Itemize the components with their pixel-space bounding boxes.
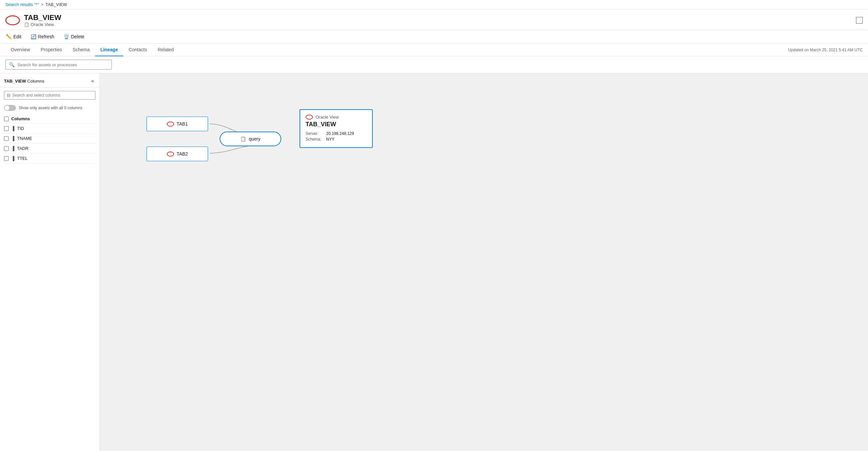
column-row-tadr: ▐ TADR [4, 144, 95, 153]
oracle-logo-oval [5, 15, 20, 25]
tab-schema[interactable]: Schema [67, 44, 95, 56]
tab-properties[interactable]: Properties [35, 44, 67, 56]
columns-list: Columns ▐ TID ▐ TNAME ▐ TADR ▐ TTEL [0, 114, 99, 164]
subtitle-icon: 📋 [24, 22, 29, 27]
collapse-button[interactable]: « [90, 77, 95, 85]
pencil-icon [6, 34, 12, 39]
tab2-label: TAB2 [177, 151, 188, 157]
tab-lineage[interactable]: Lineage [95, 44, 123, 56]
sidebar-title: TAB_VIEW Columns [4, 79, 44, 84]
delete-button[interactable]: Delete [63, 33, 85, 40]
breadcrumb: Search results "*" > TAB_VIEW [0, 0, 868, 9]
breadcrumb-current: TAB_VIEW [45, 2, 67, 7]
tadr-label: TADR [17, 146, 28, 151]
toolbar: Edit Refresh Delete [0, 30, 868, 44]
header-left: TAB_VIEW 📋 Oracle View [5, 13, 61, 27]
header-info: TAB_VIEW 📋 Oracle View [24, 13, 61, 27]
columns-header-label: Columns [11, 116, 30, 121]
asset-search-wrap[interactable]: 🔍 [5, 60, 112, 69]
detail-schema-label: Schema: [306, 137, 322, 142]
refresh-label: Refresh [38, 34, 54, 39]
sidebar-title-rest: Columns [26, 79, 44, 84]
tname-col-icon: ▐ [11, 136, 14, 141]
refresh-icon [31, 34, 36, 39]
toggle-label: Show only assets with all 0 columns [19, 106, 82, 110]
tabs-bar: Overview Properties Schema Lineage Conta… [0, 44, 868, 56]
updated-text: Updated on March 25, 2021 5:41 AM UTC [788, 48, 863, 52]
tab1-oracle-icon [167, 121, 174, 126]
tab-related[interactable]: Related [152, 44, 179, 56]
query-node-icon: 📋 [240, 136, 246, 142]
refresh-button[interactable]: Refresh [30, 33, 55, 40]
detail-schema-row: Schema: NYY [306, 137, 367, 142]
toggle-knob [5, 106, 9, 110]
detail-title: TAB_VIEW [306, 121, 367, 128]
column-filter-input[interactable] [12, 93, 93, 97]
toggle-row: Show only assets with all 0 columns [0, 103, 99, 114]
sidebar-filter-row: ⊟ [0, 88, 99, 103]
query-node[interactable]: 📋 query [220, 132, 281, 146]
tab-contacts[interactable]: Contacts [123, 44, 152, 56]
tname-label: TNAME [17, 136, 32, 141]
column-row-ttel: ▐ TTEL [4, 153, 95, 164]
page-header: TAB_VIEW 📋 Oracle View [0, 9, 868, 30]
main-content: TAB_VIEW Columns « ⊟ Show only assets wi… [0, 73, 868, 451]
search-bar-row: 🔍 [0, 56, 868, 73]
tadr-col-icon: ▐ [11, 146, 14, 151]
subtitle-text: Oracle View [31, 22, 54, 27]
sidebar-header: TAB_VIEW Columns « [0, 73, 99, 88]
edit-button[interactable]: Edit [5, 33, 22, 40]
select-all-checkbox[interactable] [4, 117, 9, 121]
tid-col-icon: ▐ [11, 126, 14, 131]
column-row-tid: ▐ TID [4, 123, 95, 134]
filter-icon: ⊟ [7, 93, 10, 97]
tname-checkbox[interactable] [4, 136, 9, 141]
query-label: query [249, 136, 260, 142]
edit-label: Edit [13, 34, 21, 39]
connections-svg [100, 73, 868, 451]
ttel-label: TTEL [17, 156, 28, 161]
lineage-canvas[interactable]: TAB1 TAB2 📋 query Oracle View TAB_VIEW S… [100, 73, 868, 451]
breadcrumb-separator: > [41, 2, 43, 7]
detail-server-label: Server: [306, 131, 322, 136]
tabs-left: Overview Properties Schema Lineage Conta… [5, 44, 179, 56]
tid-label: TID [17, 126, 24, 131]
page-title: TAB_VIEW [24, 13, 61, 22]
tab2-oracle-icon [167, 151, 174, 157]
detail-type-label: Oracle View [315, 115, 339, 119]
trash-icon [64, 34, 69, 39]
ttel-col-icon: ▐ [11, 156, 14, 161]
detail-schema-value: NYY [326, 137, 335, 142]
breadcrumb-search-link[interactable]: Search results "*" [5, 2, 39, 7]
maximize-button[interactable] [856, 17, 863, 24]
tab1-node[interactable]: TAB1 [147, 117, 208, 131]
filter-input-wrap[interactable]: ⊟ [4, 91, 95, 100]
page-subtitle: 📋 Oracle View [24, 22, 61, 27]
tab1-label: TAB1 [177, 121, 188, 126]
tab2-node[interactable]: TAB2 [147, 146, 208, 161]
tab-overview[interactable]: Overview [5, 44, 35, 56]
toggle-switch[interactable] [4, 105, 16, 111]
detail-oracle-icon [306, 115, 313, 119]
columns-header-row: Columns [4, 114, 95, 123]
column-row-tname: ▐ TNAME [4, 134, 95, 144]
ttel-checkbox[interactable] [4, 156, 9, 161]
tadr-checkbox[interactable] [4, 146, 9, 151]
asset-search-input[interactable] [17, 62, 108, 67]
detail-server-value: 20.198.248.129 [326, 131, 354, 136]
tabview-detail-card[interactable]: Oracle View TAB_VIEW Server: 20.198.248.… [300, 109, 373, 148]
sidebar-panel: TAB_VIEW Columns « ⊟ Show only assets wi… [0, 73, 100, 451]
detail-server-row: Server: 20.198.248.129 [306, 131, 367, 136]
search-icon: 🔍 [9, 62, 14, 67]
tid-checkbox[interactable] [4, 126, 9, 131]
sidebar-title-bold: TAB_VIEW [4, 79, 26, 84]
delete-label: Delete [71, 34, 84, 39]
detail-card-header: Oracle View [306, 115, 367, 119]
